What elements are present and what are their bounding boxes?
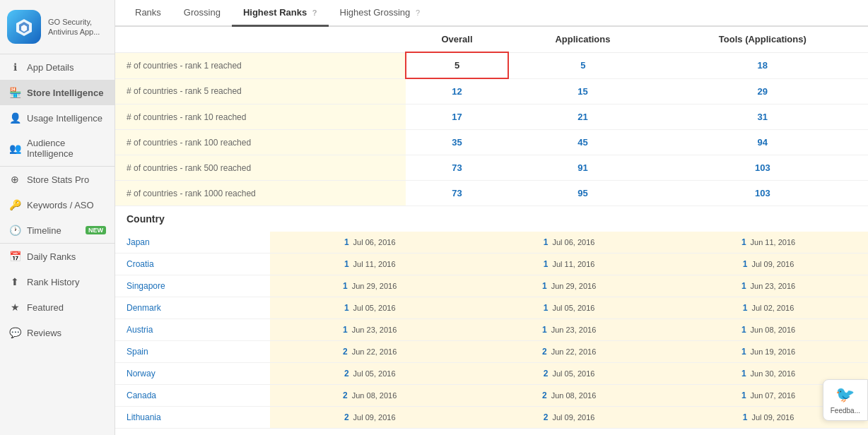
highest-ranks-help-icon: ? (312, 8, 317, 17)
country-name[interactable]: Japan (115, 232, 270, 254)
feedback-button[interactable]: 🐦 Feedba... (823, 379, 868, 421)
stats-apps-value: 45 (508, 130, 657, 155)
stats-row: # of countries - rank 5 reached121529 (115, 78, 868, 105)
country-cell: 1Jul 05, 2016 (270, 297, 469, 319)
country-name[interactable]: Croatia (115, 254, 270, 275)
col-applications: Applications (508, 27, 657, 52)
tab-highest-ranks[interactable]: Highest Ranks ? (232, 0, 329, 27)
country-cell: 1Jul 11, 2016 (270, 254, 469, 275)
stats-apps-value: 95 (508, 181, 657, 206)
sidebar-item-usage-intelligence[interactable]: 👤 Usage Intelligence (0, 105, 115, 131)
stats-tools-value: 18 (657, 52, 868, 78)
sidebar-label-timeline: Timeline (27, 225, 80, 236)
country-section-header: Country (115, 206, 868, 232)
country-cell: 1Jul 06, 2016 (469, 232, 669, 254)
country-cell: 1Jul 05, 2016 (469, 297, 669, 319)
stats-apps-value: 91 (508, 155, 657, 181)
sidebar-item-app-details[interactable]: ℹ App Details (0, 54, 115, 80)
stats-row-label: # of countries - rank 10 reached (115, 105, 406, 130)
rank-history-icon: ⬆ (8, 276, 21, 287)
country-name[interactable]: Austria (115, 319, 270, 341)
app-logo-area: GO Security, Antivirus App... (0, 0, 115, 54)
country-row: Austria1Jun 23, 20161Jun 23, 20161Jun 08… (115, 319, 868, 341)
col-overall: Overall (406, 27, 509, 52)
sidebar: GO Security, Antivirus App... ℹ App Deta… (0, 0, 115, 435)
country-name[interactable]: Spain (115, 341, 270, 363)
sidebar-label-rank-history: Rank History (27, 277, 106, 287)
country-name[interactable]: Denmark (115, 297, 270, 319)
country-cell: 1Jul 11, 2016 (469, 254, 669, 275)
tab-grossing[interactable]: Grossing (172, 0, 232, 27)
country-name[interactable]: Singapore (115, 275, 270, 297)
highest-grossing-help-icon: ? (416, 8, 420, 17)
sidebar-label-daily-ranks: Daily Ranks (27, 251, 106, 262)
col-tools: Tools (Applications) (657, 27, 868, 52)
usage-icon: 👤 (8, 112, 21, 124)
stats-row: # of countries - rank 1000 reached739510… (115, 181, 868, 206)
stats-overall-value: 73 (406, 155, 509, 181)
stats-row-label: # of countries - rank 5 reached (115, 78, 406, 105)
store-icon: 🏪 (8, 87, 21, 98)
country-row: Norway2Jul 05, 20162Jul 05, 20161Jun 30,… (115, 363, 868, 385)
sidebar-label-keywords-aso: Keywords / ASO (27, 200, 106, 210)
sidebar-item-rank-history[interactable]: ⬆ Rank History (0, 269, 115, 294)
stats-apps-value: 5 (508, 52, 657, 78)
sidebar-item-featured[interactable]: ★ Featured (0, 294, 115, 320)
featured-icon: ★ (8, 302, 21, 313)
sidebar-label-app-details: App Details (27, 62, 106, 73)
stats-tools-value: 94 (657, 130, 868, 155)
tab-highest-grossing[interactable]: Highest Grossing ? (329, 0, 431, 27)
country-row: Singapore1Jun 29, 20161Jun 29, 20161Jun … (115, 275, 868, 297)
country-cell: 2Jun 22, 2016 (270, 341, 469, 363)
country-cell: 1Jun 08, 2016 (669, 319, 868, 341)
country-cell: 1Jun 23, 2016 (669, 275, 868, 297)
sidebar-item-daily-ranks[interactable]: 📅 Daily Ranks (0, 244, 115, 269)
country-cell: 2Jun 22, 2016 (469, 341, 669, 363)
keywords-icon: 🔑 (8, 199, 21, 210)
daily-ranks-icon: 📅 (8, 251, 21, 262)
stats-overall-value: 73 (406, 181, 509, 206)
country-cell: 1Jul 02, 2016 (669, 297, 868, 319)
country-cell: 1Jul 06, 2016 (270, 232, 469, 254)
country-table: Japan1Jul 06, 20161Jul 06, 20161Jun 11, … (115, 232, 868, 429)
stats-overall-value: 35 (406, 130, 509, 155)
tab-ranks[interactable]: Ranks (124, 0, 172, 27)
country-row: Spain2Jun 22, 20162Jun 22, 20161Jun 19, … (115, 341, 868, 363)
country-name[interactable]: Lithuania (115, 407, 270, 429)
sidebar-item-audience-intelligence[interactable]: 👥 Audience Intelligence (0, 131, 115, 166)
country-cell: 1Jun 23, 2016 (270, 319, 469, 341)
stats-row: # of countries - rank 500 reached7391103 (115, 155, 868, 181)
sidebar-label-audience-intelligence: Audience Intelligence (27, 138, 106, 159)
sidebar-item-timeline[interactable]: 🕐 Timeline NEW (0, 218, 115, 243)
stats-overall-value: 5 (406, 52, 509, 78)
sidebar-item-keywords-aso[interactable]: 🔑 Keywords / ASO (0, 192, 115, 218)
sidebar-item-reviews[interactable]: 💬 Reviews (0, 320, 115, 345)
country-cell: 2Jun 08, 2016 (270, 385, 469, 407)
stats-tools-value: 31 (657, 105, 868, 130)
sidebar-label-store-stats-pro: Store Stats Pro (27, 174, 106, 185)
country-name[interactable]: Norway (115, 363, 270, 385)
country-cell: 1Jul 09, 2016 (669, 254, 868, 275)
tab-bar: Ranks Grossing Highest Ranks ? Highest G… (115, 0, 868, 27)
feedback-label: Feedba... (831, 407, 860, 415)
app-name: GO Security, Antivirus App... (48, 17, 107, 37)
sidebar-label-usage-intelligence: Usage Intelligence (27, 113, 106, 124)
app-icon (7, 10, 41, 44)
stats-row: # of countries - rank 1 reached5518 (115, 52, 868, 78)
main-content: Ranks Grossing Highest Ranks ? Highest G… (115, 0, 868, 435)
country-name[interactable]: Canada (115, 385, 270, 407)
audience-icon: 👥 (8, 143, 21, 154)
country-row: Lithuania2Jul 09, 20162Jul 09, 20161Jul … (115, 407, 868, 429)
new-badge: NEW (86, 226, 106, 234)
stats-row: # of countries - rank 10 reached172131 (115, 105, 868, 130)
country-cell: 1Jun 29, 2016 (270, 275, 469, 297)
stats-apps-value: 21 (508, 105, 657, 130)
col-label (115, 27, 406, 52)
sidebar-label-store-intelligence: Store Intelligence (27, 88, 106, 98)
sidebar-item-store-stats-pro[interactable]: ⊕ Store Stats Pro (0, 167, 115, 192)
stats-table-header: Overall Applications Tools (Applications… (115, 27, 868, 52)
country-cell: 2Jul 09, 2016 (270, 407, 469, 429)
sidebar-item-store-intelligence[interactable]: 🏪 Store Intelligence (0, 80, 115, 105)
stats-apps-value: 15 (508, 78, 657, 105)
stats-row-label: # of countries - rank 100 reached (115, 130, 406, 155)
